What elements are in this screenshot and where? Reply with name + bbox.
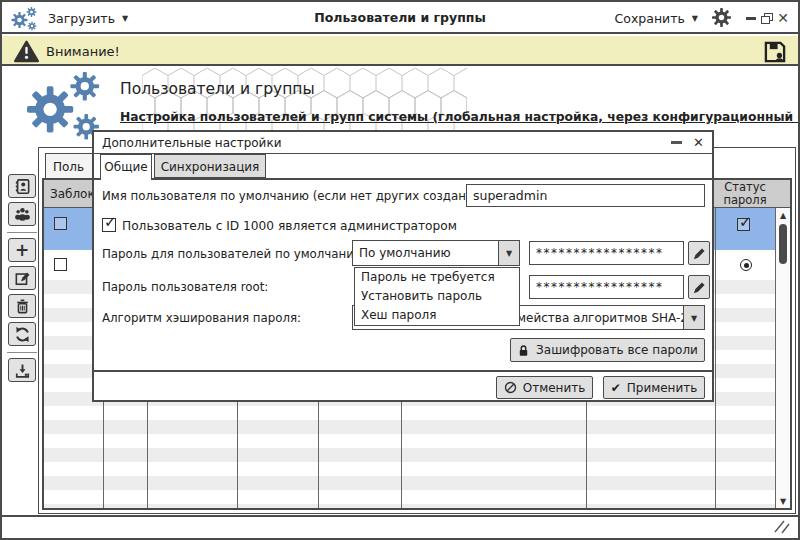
combobox-selected-value: емейства алгоритмов SHA-2 (510, 311, 688, 325)
column-header-password-status[interactable]: Статус пароля (715, 180, 775, 208)
radio-dot-icon (744, 263, 749, 268)
root-password-label: Пароль пользователя root: (102, 280, 268, 294)
save-menu-label: Сохранить (615, 11, 685, 26)
default-password-mode-combobox[interactable]: По умолчанию ▼ (352, 240, 520, 266)
dialog-titlebar[interactable]: Дополнительные настройки ✕ (94, 132, 712, 154)
minimize-icon (746, 17, 756, 20)
page-title: Пользователи и группы (120, 80, 315, 98)
users-group-icon (14, 206, 31, 223)
default-username-value: superadmin (473, 188, 547, 203)
gear-icon (712, 8, 731, 27)
page-subtitle: Настройка пользователей и групп системы … (120, 110, 800, 124)
add-user-button[interactable]: + (8, 238, 36, 262)
additional-settings-dialog: Дополнительные настройки ✕ Общие Синхрон… (92, 130, 714, 402)
password-mode-dropdown-list: Пароль не требуется Установить пароль Хе… (354, 267, 520, 326)
maximize-icon (761, 13, 773, 24)
import-download-icon (14, 362, 31, 379)
refresh-icon (14, 326, 31, 343)
scrollbar-thumb[interactable] (779, 224, 787, 264)
tab-sync-label: Синхронизация (161, 160, 260, 174)
password-status-radio-selected[interactable] (740, 259, 752, 271)
chevron-down-icon: ▼ (692, 14, 698, 23)
edit-default-password-button[interactable] (688, 241, 710, 265)
dialog-tab-divider (94, 178, 712, 180)
column-divider (715, 208, 716, 508)
plus-icon: + (15, 242, 29, 259)
default-password-label: Пароль для пользователей по умолчанию: (102, 247, 368, 261)
vertical-scrollbar[interactable]: ▲ ▼ (775, 208, 790, 508)
chevron-down-icon: ▼ (506, 249, 512, 258)
scroll-down-button[interactable]: ▼ (776, 494, 790, 508)
close-icon: ✕ (777, 11, 789, 25)
warning-message: Внимание! (46, 44, 120, 59)
scroll-up-icon: ▲ (780, 211, 786, 220)
tab-sync[interactable]: Синхронизация (154, 154, 266, 178)
import-users-button[interactable] (8, 358, 36, 382)
tab-users-label: Поль (53, 160, 84, 174)
delete-user-button[interactable] (8, 294, 36, 318)
scroll-up-button[interactable]: ▲ (776, 208, 790, 222)
cancel-label: Отменить (523, 381, 586, 395)
cancel-slash-icon (504, 381, 517, 394)
dialog-footer-divider (94, 370, 712, 372)
lock-icon (517, 344, 530, 357)
default-password-value: ***************** (536, 246, 664, 260)
warning-bar: Внимание! (2, 36, 798, 66)
status-bar (2, 515, 798, 538)
titlebar: Загрузить ▼ Пользователи и группы Сохран… (2, 2, 798, 34)
resize-grip[interactable] (772, 518, 792, 536)
encrypt-all-passwords-button[interactable]: Зашифровать все пароли (510, 338, 705, 362)
combobox-selected-value: По умолчанию (359, 246, 451, 260)
chevron-down-icon: ▼ (691, 314, 697, 323)
root-password-value: ***************** (536, 280, 664, 294)
dropdown-option-set-password[interactable]: Установить пароль (355, 287, 519, 306)
address-book-button[interactable] (8, 174, 36, 198)
dialog-close-icon[interactable]: ✕ (693, 135, 704, 150)
warning-icon (14, 40, 39, 63)
default-username-input[interactable]: superadmin (466, 184, 705, 207)
refresh-button[interactable] (8, 322, 36, 346)
dropdown-option-password-hash[interactable]: Хеш пароля (355, 306, 519, 325)
dialog-title: Дополнительные настройки (102, 136, 281, 150)
cancel-button[interactable]: Отменить (496, 376, 593, 399)
dialog-minimize-icon[interactable] (671, 141, 682, 144)
address-book-icon (14, 178, 31, 195)
apply-label: Применить (627, 381, 698, 395)
close-button[interactable]: ✕ (776, 11, 790, 25)
apply-check-icon: ✔ (611, 381, 621, 395)
pencil-icon (692, 280, 707, 295)
default-username-label: Имя пользователя по умолчанию (если нет … (102, 189, 499, 203)
save-users-icon[interactable] (762, 39, 788, 65)
default-password-input[interactable]: ***************** (529, 241, 684, 265)
save-menu-button[interactable]: Сохранить ▼ (615, 8, 698, 28)
minimize-button[interactable] (744, 11, 758, 25)
trash-icon (14, 298, 31, 315)
checkmark-icon: ✓ (739, 213, 752, 231)
maximize-button[interactable] (760, 11, 774, 25)
groups-button[interactable] (8, 202, 36, 226)
settings-gear-button[interactable] (712, 8, 732, 28)
pencil-icon (692, 246, 707, 261)
checkmark-icon: ✓ (104, 213, 117, 231)
dropdown-option-no-password[interactable]: Пароль не требуется (355, 268, 519, 287)
edit-pencil-icon (14, 270, 31, 287)
scroll-down-icon: ▼ (780, 497, 786, 506)
root-password-input[interactable]: ***************** (529, 275, 684, 299)
tab-users[interactable]: Поль (45, 153, 93, 180)
admin-id1000-label: Пользователь с ID 1000 является админист… (122, 219, 457, 233)
combobox-arrow-button[interactable]: ▼ (498, 241, 519, 265)
admin-id1000-checkbox-checked[interactable]: ✓ (102, 218, 116, 232)
edit-root-password-button[interactable] (688, 275, 710, 299)
password-status-checkbox-checked[interactable]: ✓ (737, 218, 750, 231)
blocked-checkbox-unchecked[interactable] (54, 258, 67, 271)
app-window: Загрузить ▼ Пользователи и группы Сохран… (0, 0, 800, 540)
hash-algorithm-label: Алгоритм хэширования пароля: (102, 311, 301, 325)
tab-general-label: Общие (104, 160, 147, 174)
edit-user-button[interactable] (8, 266, 36, 290)
blocked-checkbox-unchecked[interactable] (54, 217, 67, 230)
tab-general[interactable]: Общие (100, 154, 152, 180)
toolbar-separator (7, 232, 37, 233)
combobox-arrow-button[interactable]: ▼ (683, 306, 704, 329)
toolbar-separator (7, 352, 37, 353)
apply-button[interactable]: ✔ Применить (603, 376, 705, 399)
